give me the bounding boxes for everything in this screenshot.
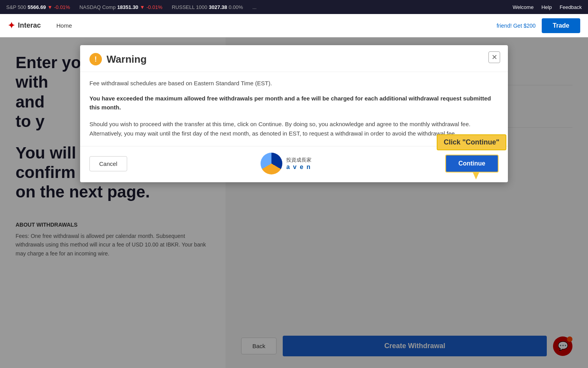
trade-button[interactable]: Trade xyxy=(542,18,580,33)
modal-text-1: Fee withdrawal schedules are based on Ea… xyxy=(89,80,499,86)
sp500-ticker: S&P 500 5566.69 ▼ -0.01% xyxy=(6,4,70,10)
feedback-text[interactable]: Feedback xyxy=(560,4,582,10)
click-continue-arrow xyxy=(473,173,479,180)
welcome-text: Welcome xyxy=(513,4,534,10)
cancel-button[interactable]: Cancel xyxy=(89,156,127,171)
continue-button[interactable]: Continue xyxy=(445,155,499,173)
logo-text: Interac xyxy=(18,21,41,30)
help-text[interactable]: Help xyxy=(541,4,552,10)
russell-change: 0.00% xyxy=(229,4,243,10)
russell-label: RUSSELL 1000 xyxy=(172,4,207,10)
nasdaq-change: -0.01% xyxy=(146,4,162,10)
logo-area: ✦ Interac xyxy=(8,21,41,31)
modal-footer: Cancel 投資成長家 a v e n Click "Continue" Co… xyxy=(80,146,508,182)
russell-value: 3027.38 xyxy=(209,4,227,10)
modal-title: Warning xyxy=(107,53,147,65)
logo-circle xyxy=(261,153,282,174)
warning-modal: ! Warning ✕ Fee withdrawal schedules are… xyxy=(80,45,508,182)
nasdaq-ticker: NASDAQ Comp 18351.30 ▼ -0.01% xyxy=(79,4,163,10)
logo-text-block: 投資成長家 a v e n xyxy=(286,157,312,171)
click-continue-label: Click "Continue" xyxy=(437,134,506,150)
sp500-change: -0.01% xyxy=(54,4,70,10)
ticker-ellipsis: ... xyxy=(252,4,257,10)
nasdaq-label: NASDAQ Comp xyxy=(79,4,116,10)
sp500-label: S&P 500 xyxy=(6,4,26,10)
modal-overlay: ! Warning ✕ Fee withdrawal schedules are… xyxy=(0,37,588,368)
logo-icon: ✦ xyxy=(8,21,15,31)
nasdaq-value: 18351.30 xyxy=(117,4,138,10)
nav-home[interactable]: Home xyxy=(56,22,72,29)
header-right: friend! Get $200 Trade xyxy=(497,18,580,33)
modal-text-2: You have exceeded the maximum allowed fr… xyxy=(89,94,499,112)
main-content: Enter your with and to y You will need t… xyxy=(0,37,588,368)
modal-header: ! Warning ✕ xyxy=(80,45,508,72)
modal-close-button[interactable]: ✕ xyxy=(488,51,500,63)
russell-ticker: RUSSELL 1000 3027.38 0.00% xyxy=(172,4,243,10)
logo-en-text: a v e n xyxy=(286,164,312,171)
ticker-bar: S&P 500 5566.69 ▼ -0.01% NASDAQ Comp 183… xyxy=(0,0,588,14)
ticker-right: Welcome Help Feedback xyxy=(513,4,582,10)
app-header: ✦ Interac Home friend! Get $200 Trade xyxy=(0,14,588,37)
logo-cn-text: 投資成長家 xyxy=(286,157,312,164)
sp500-value: 5566.69 xyxy=(28,4,46,10)
warning-icon: ! xyxy=(89,53,102,65)
referral-link[interactable]: friend! Get $200 xyxy=(497,23,536,29)
modal-logo: 投資成長家 a v e n xyxy=(127,153,445,174)
continue-btn-wrapper: Click "Continue" Continue xyxy=(445,155,499,173)
